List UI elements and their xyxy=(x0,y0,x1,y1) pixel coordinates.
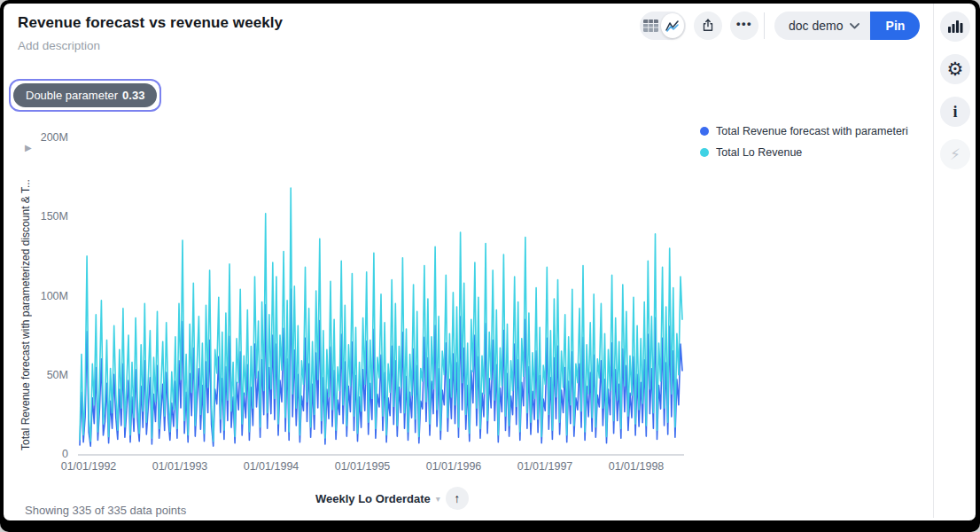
legend-item-forecast[interactable]: Total Revenue forecast with parameteri xyxy=(700,123,908,138)
legend: Total Revenue forecast with parameteri T… xyxy=(700,123,908,160)
series-lo-revenue-line xyxy=(80,188,682,442)
x-tick: 01/01/1993 xyxy=(142,460,218,473)
x-tick: 01/01/1992 xyxy=(51,460,127,473)
legend-dot-cyan xyxy=(700,148,709,157)
app-window: Revenue forecast vs revenue weekly Add d… xyxy=(4,4,976,520)
field-chevron-icon[interactable]: ▾ xyxy=(436,494,440,504)
x-axis-field-control: Weekly Lo Orderdate ▾ ↑ xyxy=(315,487,469,510)
x-axis-field-label[interactable]: Weekly Lo Orderdate xyxy=(315,492,431,505)
legend-label: Total Revenue forecast with parameteri xyxy=(716,125,908,137)
x-tick: 01/01/1994 xyxy=(233,460,309,473)
data-points-status: Showing 335 of 335 data points xyxy=(25,504,186,517)
x-tick: 01/01/1995 xyxy=(324,460,401,473)
x-tick: 01/01/1997 xyxy=(507,460,583,473)
line-chart[interactable] xyxy=(4,4,976,520)
x-tick: 01/01/1998 xyxy=(598,460,674,473)
legend-label: Total Lo Revenue xyxy=(716,146,802,159)
x-tick: 01/01/1996 xyxy=(416,460,492,473)
window-frame: Revenue forecast vs revenue weekly Add d… xyxy=(0,0,980,532)
up-arrow-icon: ↑ xyxy=(454,491,460,505)
legend-item-lo-revenue[interactable]: Total Lo Revenue xyxy=(700,145,908,160)
sort-ascending-button[interactable]: ↑ xyxy=(446,487,469,510)
legend-dot-blue xyxy=(700,127,709,136)
